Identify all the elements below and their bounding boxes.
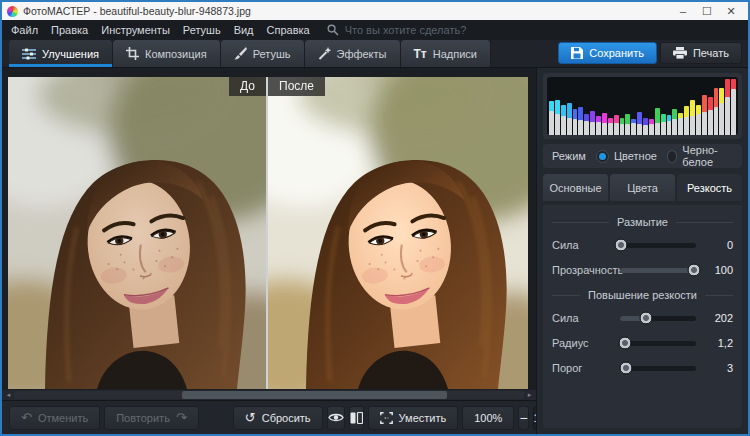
slider-value: 100 [705,264,733,276]
slider-row: Сила 202 [552,312,733,324]
tab-captions[interactable]: Tт Надписи [401,40,491,67]
before-image[interactable]: До [8,77,266,389]
mode-color-label: Цветное [614,150,657,162]
histogram-bin [672,77,677,135]
before-label: До [229,77,266,96]
after-label: После [268,77,325,96]
histogram-bin [578,77,583,135]
tab-label: Ретушь [253,48,291,60]
mode-row: Режим Цветное Черно-белое [543,144,742,168]
blur-strength-slider[interactable] [620,243,696,248]
section-title-blur: Размытие [552,216,733,228]
slider-row: Порог 3 [552,362,733,374]
threshold-slider[interactable] [620,366,696,371]
tab-retouch[interactable]: Ретушь [221,40,305,67]
panel-tab-sharpness[interactable]: Резкость [677,174,742,201]
search-input[interactable] [345,24,505,36]
zoom-100-button[interactable]: 100% [462,406,514,430]
undo-button[interactable]: ↶ Отменить [9,406,100,430]
histogram-bin [631,77,636,135]
fit-to-screen-button[interactable]: Уместить [368,406,459,430]
preview-original-button[interactable] [327,406,345,430]
histogram-bin [596,77,601,135]
compare-view-button[interactable] [349,406,364,430]
histogram-bin [602,77,607,135]
histogram-bin [625,77,630,135]
menu-tools[interactable]: Инструменты [101,24,170,36]
slider-label: Радиус [552,337,620,349]
mode-color-radio[interactable]: Цветное [596,150,657,163]
tab-composition[interactable]: Композиция [113,40,221,67]
eye-icon [328,412,344,423]
scrollbar-thumb[interactable] [182,391,447,399]
print-label: Печать [693,47,729,59]
slider-thumb[interactable] [620,362,633,375]
histogram-bin [719,77,724,135]
close-button[interactable]: ✕ [719,2,743,20]
title-bar: ФотоМАСТЕР - beautiful-beauty-blur-94887… [2,2,748,20]
tab-label: Композиция [145,48,207,60]
tab-effects[interactable]: Эффекты [305,40,401,67]
photo-editor-window: ФотоМАСТЕР - beautiful-beauty-blur-94887… [0,0,750,436]
histogram-bin [584,77,589,135]
print-button[interactable]: Печать [660,42,742,64]
scroll-left-icon[interactable]: ◂ [3,390,14,400]
histogram-bin [555,77,560,135]
maximize-button[interactable]: ☐ [695,2,719,20]
redo-button[interactable]: Повторить ↷ [104,406,199,430]
slider-label: Порог [552,362,620,374]
image-canvas: До После ◂ ▸ [2,68,536,400]
sharpness-panel-content: Размытие Сила 0 Прозрачность 100 [543,205,742,428]
crop-icon [126,47,139,60]
panel-tab-colors[interactable]: Цвета [610,174,675,201]
menu-file[interactable]: Файл [11,24,38,36]
floppy-disk-icon [571,47,583,59]
opacity-slider[interactable] [620,268,696,273]
histogram-bin [590,77,595,135]
histogram-bin [731,77,736,135]
slider-value: 1,2 [705,337,733,349]
slider-thumb[interactable] [688,264,701,277]
menu-view[interactable]: Вид [234,24,254,36]
zoom-out-button[interactable]: − [518,406,528,430]
minimize-button[interactable]: – [671,2,695,20]
tab-improvements[interactable]: Улучшения [9,40,113,67]
section-title-sharpen: Повышение резкости [552,289,733,301]
slider-thumb[interactable] [619,337,632,350]
slider-row: Прозрачность 100 [552,264,733,276]
radio-unselected-icon [667,150,677,163]
slider-label: Прозрачность [552,264,620,276]
adjustments-panel: Режим Цветное Черно-белое Основные Цвета… [536,68,748,434]
slider-value: 3 [705,362,733,374]
slider-thumb[interactable] [639,312,652,325]
menu-edit[interactable]: Правка [51,24,88,36]
mode-bw-radio[interactable]: Черно-белое [667,144,733,168]
reset-button[interactable]: ↺ Сбросить [233,406,323,430]
mode-bw-label: Черно-белое [682,144,733,168]
histogram-bin [684,77,689,135]
sharpen-strength-slider[interactable] [620,316,696,321]
slider-label: Сила [552,239,620,251]
histogram-bin [702,77,707,135]
histogram-bin [637,77,642,135]
scroll-right-icon[interactable]: ▸ [524,390,535,400]
radius-slider[interactable] [620,341,696,346]
save-button[interactable]: Сохранить [558,42,657,64]
histogram-bin [667,77,672,135]
histogram [547,77,738,135]
tab-label: Эффекты [337,48,387,60]
scrollbar-track[interactable] [14,391,524,399]
menu-retouch[interactable]: Ретушь [183,24,221,36]
histogram-bin [655,77,660,135]
panel-tab-basic[interactable]: Основные [543,174,608,201]
undo-label: Отменить [38,412,88,424]
panel-tabs: Основные Цвета Резкость [543,174,742,201]
after-image[interactable]: После [266,77,528,389]
histogram-bin [690,77,695,135]
histogram-bin [620,77,625,135]
redo-label: Повторить [116,412,170,424]
slider-thumb[interactable] [614,239,627,252]
menu-help[interactable]: Справка [267,24,310,36]
text-icon: Tт [414,47,427,61]
window-title: ФотоМАСТЕР - beautiful-beauty-blur-94887… [23,5,251,17]
